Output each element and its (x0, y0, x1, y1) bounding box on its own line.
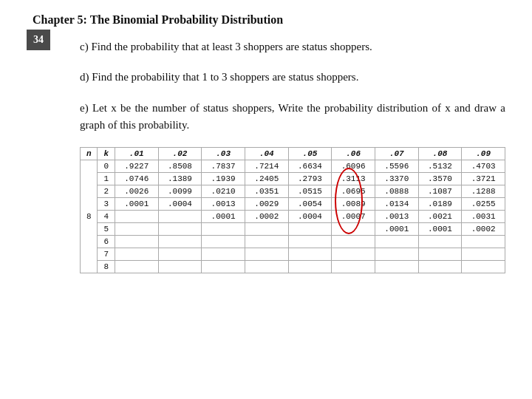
cell-data: .0001 (418, 223, 462, 236)
table-row: 4.0001.0002.0004.0007.0013.0021.0031 (81, 211, 505, 223)
cell-data: .2405 (245, 173, 288, 185)
cell-data: .0013 (202, 198, 245, 211)
cell-data: .3570 (418, 173, 462, 185)
slide-number: 34 (27, 30, 50, 50)
cell-data: .1939 (202, 173, 245, 185)
cell-data (332, 248, 375, 261)
cell-data: .0001 (375, 223, 418, 236)
cell-data: .1389 (158, 173, 202, 185)
col-03: .03 (202, 148, 245, 160)
cell-data (158, 236, 202, 248)
cell-data (245, 248, 288, 261)
cell-data: .0255 (462, 198, 505, 211)
table-header-row: n k .01 .02 .03 .04 .05 .06 .07 .08 .09 (81, 148, 505, 160)
probability-table: n k .01 .02 .03 .04 .05 .06 .07 .08 .09 (80, 147, 505, 273)
cell-data (115, 211, 158, 223)
cell-data (332, 261, 375, 273)
col-05: .05 (288, 148, 332, 160)
cell-data: .0695 (332, 185, 375, 198)
cell-data: .0351 (245, 185, 288, 198)
paragraph-c: c) Find the probability that at least 3 … (80, 38, 505, 55)
paragraph-d: d) Find the probability that 1 to 3 shop… (80, 69, 505, 86)
table-row: 5.0001.0001.0002 (81, 223, 505, 236)
cell-data: .9227 (115, 160, 158, 173)
cell-data: .0013 (375, 211, 418, 223)
cell-data: .7837 (202, 160, 245, 173)
col-07: .07 (375, 148, 418, 160)
cell-data (245, 261, 288, 273)
table-row: 6 (81, 236, 505, 248)
cell-data: .0001 (115, 198, 158, 211)
cell-data (115, 248, 158, 261)
cell-data (288, 248, 332, 261)
cell-data: .2793 (288, 173, 332, 185)
cell-data (202, 248, 245, 261)
col-09: .09 (462, 148, 505, 160)
cell-data (288, 223, 332, 236)
cell-data (158, 223, 202, 236)
cell-k: 1 (98, 173, 115, 185)
cell-data (288, 261, 332, 273)
cell-data: .0210 (202, 185, 245, 198)
cell-data (115, 236, 158, 248)
cell-data (332, 236, 375, 248)
cell-data (158, 261, 202, 273)
col-02: .02 (158, 148, 202, 160)
cell-k: 5 (98, 223, 115, 236)
cell-k: 0 (98, 160, 115, 173)
cell-data: .0031 (462, 211, 505, 223)
col-n: n (81, 148, 98, 160)
cell-k: 7 (98, 248, 115, 261)
col-06: .06 (332, 148, 375, 160)
cell-data: .6096 (332, 160, 375, 173)
cell-data (115, 261, 158, 273)
cell-data: .1087 (418, 185, 462, 198)
cell-data: .5132 (418, 160, 462, 173)
cell-data: .0746 (115, 173, 158, 185)
paragraph-e: e) Let x be the number of status shopper… (80, 100, 505, 134)
cell-data: .0888 (375, 185, 418, 198)
cell-data: .7214 (245, 160, 288, 173)
cell-k: 4 (98, 211, 115, 223)
cell-data: .0004 (158, 198, 202, 211)
cell-data: .0004 (288, 211, 332, 223)
cell-data (202, 236, 245, 248)
table-row: 1.0746.1389.1939.2405.2793.3113.3370.357… (81, 173, 505, 185)
cell-data: .0021 (418, 211, 462, 223)
cell-data: .3721 (462, 173, 505, 185)
table-row: 2.0026.0099.0210.0351.0515.0695.0888.108… (81, 185, 505, 198)
cell-data: .0189 (418, 198, 462, 211)
title-bar: Chapter 5: The Binomial Probability Dist… (27, 13, 505, 27)
cell-data: .0099 (158, 185, 202, 198)
cell-n: 8 (81, 160, 98, 273)
col-04: .04 (245, 148, 288, 160)
cell-k: 2 (98, 185, 115, 198)
cell-k: 8 (98, 261, 115, 273)
cell-data: .0054 (288, 198, 332, 211)
cell-data: .0002 (245, 211, 288, 223)
cell-data: .0002 (462, 223, 505, 236)
col-01: .01 (115, 148, 158, 160)
cell-data: .0515 (288, 185, 332, 198)
cell-data (158, 248, 202, 261)
page-title: Chapter 5: The Binomial Probability Dist… (27, 13, 283, 27)
cell-data (375, 248, 418, 261)
table-row: 7 (81, 248, 505, 261)
cell-data: .8508 (158, 160, 202, 173)
cell-data: .0029 (245, 198, 288, 211)
probability-table-section: n k .01 .02 .03 .04 .05 .06 .07 .08 .09 (80, 147, 505, 273)
cell-data (418, 236, 462, 248)
content-area: c) Find the probability that at least 3 … (50, 30, 505, 273)
col-k: k (98, 148, 115, 160)
cell-data (202, 261, 245, 273)
cell-data (375, 261, 418, 273)
cell-k: 6 (98, 236, 115, 248)
page: Chapter 5: The Binomial Probability Dist… (0, 0, 532, 399)
table-row: 8 (81, 261, 505, 273)
cell-data (418, 261, 462, 273)
cell-data (462, 248, 505, 261)
cell-data (115, 223, 158, 236)
cell-data: .0089 (332, 198, 375, 211)
cell-data (462, 236, 505, 248)
cell-data: .3113 (332, 173, 375, 185)
